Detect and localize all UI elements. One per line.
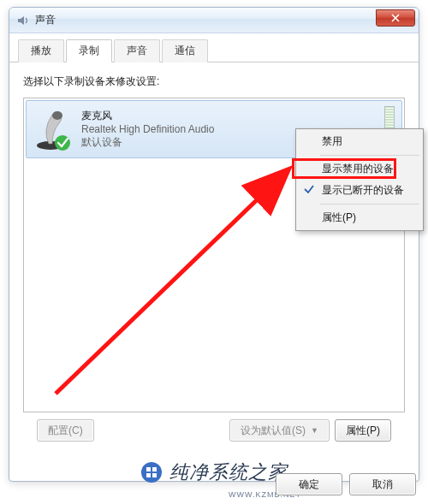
sound-sys-icon (16, 14, 30, 27)
svg-rect-5 (146, 467, 151, 471)
close-button[interactable] (376, 9, 415, 27)
device-name: 麦克风 (81, 109, 214, 123)
menu-separator (320, 204, 419, 205)
menu-item-show-disconnected[interactable]: 显示已断开的设备 (298, 180, 421, 201)
device-text: 麦克风 Realtek High Definition Audio 默认设备 (81, 106, 214, 152)
watermark-text: 纯净系统之家 (169, 460, 288, 485)
annotation-highlight-box (292, 158, 396, 179)
chevron-down-icon: ▼ (311, 426, 318, 435)
configure-button[interactable]: 配置(C) (37, 419, 94, 442)
check-icon (303, 183, 315, 198)
sound-dialog: 声音 播放 录制 声音 通信 选择以下录制设备来修改设置: (9, 7, 419, 482)
device-driver: Realtek High Definition Audio (81, 123, 214, 135)
context-menu: 禁用 显示禁用的设备 显示已断开的设备 属性(P) (295, 128, 424, 231)
device-actions: 配置(C) 设为默认值(S) ▼ 属性(P) (23, 419, 405, 442)
device-status: 默认设备 (81, 135, 214, 150)
titlebar[interactable]: 声音 (9, 8, 419, 33)
menu-item-label: 显示已断开的设备 (322, 184, 404, 196)
svg-point-1 (52, 111, 62, 120)
set-default-label: 设为默认值(S) (241, 424, 306, 438)
watermark-icon (140, 461, 163, 483)
menu-item-properties[interactable]: 属性(P) (298, 207, 421, 228)
properties-button[interactable]: 属性(P) (335, 419, 391, 442)
svg-rect-6 (152, 467, 157, 471)
dialog-footer: 确定 取消 (276, 473, 416, 495)
cancel-button[interactable]: 取消 (349, 473, 416, 495)
svg-rect-7 (146, 473, 151, 477)
instruction-text: 选择以下录制设备来修改设置: (23, 74, 405, 89)
tab-recording[interactable]: 录制 (66, 39, 112, 62)
svg-point-2 (55, 135, 70, 151)
svg-rect-8 (152, 473, 157, 477)
tab-sounds[interactable]: 声音 (114, 39, 160, 62)
microphone-icon (33, 106, 74, 151)
tab-communications[interactable]: 通信 (162, 39, 208, 62)
svg-point-4 (141, 462, 162, 483)
window-title: 声音 (35, 13, 56, 27)
tabstrip: 播放 录制 声音 通信 (9, 33, 419, 62)
tab-content: 选择以下录制设备来修改设置: 麦克风 Realtek High Definiti… (9, 62, 419, 450)
tab-playback[interactable]: 播放 (18, 39, 64, 62)
ok-button[interactable]: 确定 (276, 473, 342, 495)
menu-separator (320, 155, 419, 156)
close-icon (391, 14, 400, 22)
set-default-button[interactable]: 设为默认值(S) ▼ (229, 419, 330, 442)
menu-item-disable[interactable]: 禁用 (298, 131, 421, 152)
